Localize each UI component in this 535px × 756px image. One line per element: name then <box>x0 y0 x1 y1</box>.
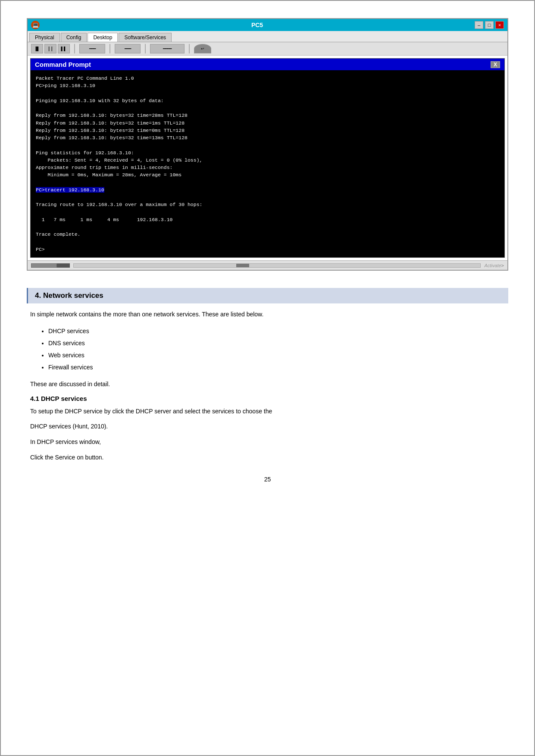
cmd-line-11: Minimum = 0ms, Maximum = 28ms, Average =… <box>36 171 499 178</box>
toolbar-icon-6[interactable]: ━━━━ <box>150 44 185 53</box>
toolbar-icons-far-right: ↩ <box>194 44 211 53</box>
tab-desktop[interactable]: Desktop <box>88 33 118 42</box>
cmd-line-14: Trace complete. <box>36 231 499 238</box>
command-prompt-window: Command Prompt X Packet Tracer PC Comman… <box>30 58 505 258</box>
pc5-title: PC5 <box>40 22 475 28</box>
page-number: 25 <box>27 476 508 483</box>
cmd-line-5: Reply from 192.168.3.10: bytes=32 time=1… <box>36 119 499 127</box>
cmd-line-7: Reply from 192.168.3.10: bytes=32 time=1… <box>36 134 499 141</box>
section41-heading: 4.1 DHCP services <box>27 395 508 402</box>
statusbar-scrolltrack[interactable] <box>73 263 481 268</box>
command-prompt-titlebar: Command Prompt X <box>31 59 504 70</box>
cmd-line-blank-7 <box>36 223 499 231</box>
toolbar-icons-left: ▐▌ ║║ ▌▌ <box>31 44 70 53</box>
toolbar-icons-mid: ━━━ <box>79 44 105 53</box>
pc5-toolbar: ▐▌ ║║ ▌▌ ━━━ ━━━ ━━━━ ↩ <box>28 42 507 56</box>
section4-heading: 4. Network services <box>27 288 508 303</box>
cmd-line-3: Pinging 192.168.3.10 with 32 bytes of da… <box>36 97 499 104</box>
statusbar-mid-icon <box>57 263 70 268</box>
section41-para4: Click the Service on button. <box>27 453 508 463</box>
statusbar-arrow[interactable]: > <box>501 263 504 268</box>
cmd-line-4: Reply from 192.168.3.10: bytes=32 time=2… <box>36 112 499 119</box>
section41-para2: DHCP services (Hunt, 2010). <box>27 422 508 432</box>
cmd-line-blank-5 <box>36 194 499 201</box>
toolbar-icon-4[interactable]: ━━━ <box>79 44 105 53</box>
toolbar-separator-3 <box>145 44 146 53</box>
toolbar-icon-5[interactable]: ━━━ <box>115 44 141 53</box>
maximize-button[interactable]: □ <box>485 21 494 29</box>
cmd-line-6: Reply from 192.168.3.10: bytes=32 time=0… <box>36 127 499 134</box>
cmd-line-12: Tracing route to 192.168.3.10 over a max… <box>36 201 499 208</box>
close-button[interactable]: × <box>495 21 504 29</box>
toolbar-separator-2 <box>110 44 110 53</box>
section4-bullet-list: DHCP services DNS services Web services … <box>48 325 508 373</box>
cmd-line-blank-8 <box>36 238 499 246</box>
cmd-line-1: Packet Tracer PC Command Line 1.0 <box>36 75 499 82</box>
toolbar-separator-1 <box>74 44 75 53</box>
tab-config[interactable]: Config <box>61 33 87 42</box>
section4-conclusion: These are discussed in detail. <box>27 379 508 390</box>
bullet-item-dhcp: DHCP services <box>48 325 508 337</box>
bullet-item-dns: DNS services <box>48 337 508 349</box>
minimize-button[interactable]: – <box>475 21 483 29</box>
command-prompt-close-btn[interactable]: X <box>491 61 500 68</box>
activate-text: Activate <box>484 263 501 268</box>
cmd-line-blank-2 <box>36 104 499 112</box>
section41-para1: To setup the DHCP service by click the D… <box>27 406 508 417</box>
toolbar-icon-7[interactable]: ↩ <box>194 44 211 53</box>
bullet-item-web: Web services <box>48 349 508 361</box>
tab-software-services[interactable]: Software/Services <box>119 33 172 42</box>
toolbar-icon-1[interactable]: ▐▌ <box>31 44 43 53</box>
cmd-line-blank-6 <box>36 209 499 216</box>
section41-para3: In DHCP services window, <box>27 437 508 447</box>
cmd-line-15: PC> <box>36 246 499 253</box>
cmd-line-9: Packets: Sent = 4, Received = 4, Lost = … <box>36 156 499 164</box>
cmd-line-blank-4 <box>36 179 499 186</box>
scrollbar-thumb <box>236 264 249 267</box>
cmd-line-8: Ping statistics for 192.168.3.10: <box>36 149 499 156</box>
cmd-line-blank-1 <box>36 90 499 97</box>
cmd-line-10: Approximate round trip times in milli-se… <box>36 164 499 171</box>
pc5-window-controls: – □ × <box>475 21 504 29</box>
cmd-line-blank-3 <box>36 141 499 149</box>
cmd-line-13: 1 7 ms 1 ms 4 ms 192.168.3.10 <box>36 216 499 223</box>
pc5-tabs: Physical Config Desktop Software/Service… <box>28 31 507 42</box>
toolbar-icons-mid2: ━━━ <box>115 44 141 53</box>
tab-physical[interactable]: Physical <box>29 33 60 42</box>
toolbar-separator-4 <box>189 44 190 53</box>
bullet-item-firewall: Firewall services <box>48 361 508 373</box>
command-prompt-body[interactable]: Packet Tracer PC Command Line 1.0 PC>pin… <box>31 70 504 257</box>
toolbar-icon-2[interactable]: ║║ <box>44 44 56 53</box>
statusbar-left-icon <box>31 263 57 268</box>
cmd-highlighted-text: PC>tracert 192.168.3.10 <box>36 187 104 193</box>
toolbar-icon-3[interactable]: ▌▌ <box>58 44 70 53</box>
pc5-app-icon: 💻 <box>31 21 40 29</box>
command-prompt-title: Command Prompt <box>35 61 91 68</box>
pc5-window: 💻 PC5 – □ × Physical Config Desktop Soft… <box>27 18 508 271</box>
pc5-titlebar: 💻 PC5 – □ × <box>28 19 507 31</box>
pc5-statusbar: Activate > <box>28 260 507 270</box>
toolbar-icons-right: ━━━━ <box>150 44 185 53</box>
cmd-highlighted-line: PC>tracert 192.168.3.10 <box>36 186 499 194</box>
section4-intro: In simple network contains the more than… <box>27 309 508 320</box>
cmd-line-2: PC>ping 192.168.3.10 <box>36 82 499 89</box>
